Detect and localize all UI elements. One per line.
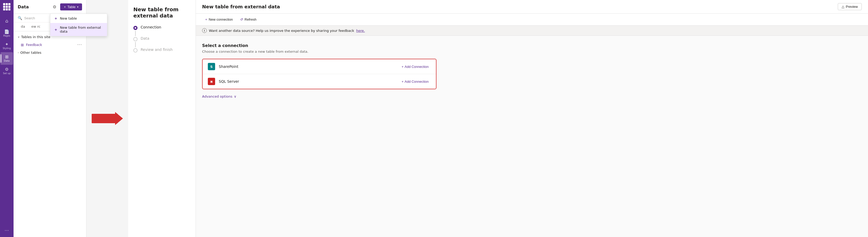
step-indicator-connection [133,26,137,30]
step-indicator-review [133,48,137,52]
plus-icon: + [402,80,404,83]
sidebar-item-data[interactable]: ⊞ Data [1,52,13,65]
right-panel-title: New table from external data [202,4,834,9]
right-panel-header: New table from external data △ Preview [196,0,868,14]
chevron-down-icon: ▾ [77,5,79,8]
new-table-label: New table [60,17,77,20]
preview-icon: △ [842,5,844,9]
new-table-external-item[interactable]: + New table from external data [50,23,107,36]
right-panel-body: Select a connection Choose a connection … [196,36,868,237]
step-label-connection: Connection [141,25,161,29]
plus-external-icon: + [55,28,57,32]
info-bar: i Want another data source? Help us impr… [196,26,868,36]
sharepoint-add-connection-button[interactable]: + Add Connection [400,64,431,70]
step-connector-1 [135,31,136,36]
tab-review[interactable]: ew rc [28,22,43,31]
step-connector-2 [135,42,136,47]
chevron-down-icon: ∨ [18,35,20,38]
sharepoint-row: S SharePoint + Add Connection [203,59,436,74]
right-panel: New table from external data △ Preview +… [196,0,868,237]
sql-server-row: ▣ SQL Server + Add Connection [203,74,436,89]
plus-icon: + [55,17,57,20]
new-connection-button[interactable]: + New connection [202,16,236,23]
styling-icon: ✦ [5,42,8,47]
feedback-label: Feedback [26,43,75,47]
waffle-icon [3,3,10,10]
table-button[interactable]: + Table ▾ [60,3,82,10]
feedback-link[interactable]: here. [356,29,365,33]
refresh-label: Refresh [245,18,256,21]
data-label: Data [4,59,10,62]
search-icon: 🔍 [18,16,22,20]
plus-icon: + [205,18,207,21]
sharepoint-icon: S [208,63,215,70]
sidebar-item-home[interactable]: ⌂ [1,15,13,27]
sql-server-icon: ▣ [208,78,215,85]
info-text: Want another data source? Help us improv… [209,29,354,33]
pages-icon: 📄 [4,30,9,34]
other-tables-header[interactable]: › Other tables [13,49,86,56]
red-arrow [92,112,123,125]
info-icon: i [202,28,207,33]
advanced-options-button[interactable]: Advanced options ∨ [202,95,862,98]
advanced-options-label: Advanced options [202,95,232,98]
preview-button[interactable]: △ Preview [838,3,862,10]
sharepoint-name: SharePoint [219,64,396,69]
setup-icon: ⚙ [5,67,9,72]
step-label-data: Data [141,36,149,41]
setup-label: Set up [3,72,10,75]
table-grid-icon: ⊞ [21,43,24,47]
gear-icon: ⚙ [53,4,56,9]
other-tables-label: Other tables [20,51,41,55]
wizard-step-connection: Connection [133,25,190,30]
chevron-down-icon: ∨ [234,95,237,98]
tables-in-site-label: Tables in this site [21,35,50,39]
sql-server-name: SQL Server [219,79,396,83]
home-icon: ⌂ [5,19,8,23]
pages-label: Pages [3,34,10,37]
tab-data[interactable]: da [18,22,28,31]
sql-add-label: Add Connection [404,80,429,83]
select-connection-desc: Choose a connection to create a new tabl… [202,50,862,53]
sidebar-item-styling[interactable]: ✦ Styling [1,40,13,52]
wizard-step-review: Review and finish [133,48,190,52]
feedback-table-item[interactable]: ⊞ Feedback ··· [13,41,86,49]
step-indicator-data [133,37,137,41]
app-logo[interactable] [2,2,11,11]
new-connection-label: New connection [209,18,233,21]
wizard-panel: New table from external data Connection … [128,0,196,237]
data-icon: ⊞ [5,55,8,59]
wizard-title: New table from external data [133,6,190,19]
refresh-button[interactable]: ↺ Refresh [237,16,260,23]
preview-label: Preview [846,5,858,9]
select-connection-title: Select a connection [202,43,862,48]
refresh-icon: ↺ [240,18,243,21]
left-rail: ⌂ 📄 Pages ✦ Styling ⊞ Data ⚙ Set up ··· [0,0,13,237]
dropdown-menu: + New table + New table from external da… [50,14,107,36]
content-area: Data ⚙ + Table ▾ + New table + New [13,0,868,237]
more-options-icon[interactable]: ··· [78,42,82,47]
arrow-body [92,114,118,123]
more-button[interactable]: ··· [1,226,13,235]
new-table-external-label: New table from external data [60,26,103,33]
settings-button[interactable]: ⚙ [51,3,58,10]
plus-icon: + [64,5,66,9]
more-icon: ··· [4,228,9,233]
chevron-right-icon: › [18,51,19,54]
connection-list: S SharePoint + Add Connection ▣ SQL Serv… [202,59,436,89]
new-table-item[interactable]: + New table [50,14,107,23]
step-label-review: Review and finish [141,48,173,52]
table-button-label: Table [67,5,75,9]
sidebar-header: Data ⚙ + Table ▾ [13,0,86,14]
sidebar-title: Data [18,4,49,9]
sql-add-connection-button[interactable]: + Add Connection [400,79,431,84]
wizard-step-data: Data [133,36,190,41]
styling-label: Styling [3,47,11,50]
plus-icon: + [402,65,404,69]
sidebar-item-setup[interactable]: ⚙ Set up [1,65,13,77]
sidebar: Data ⚙ + Table ▾ + New table + New [13,0,87,237]
sidebar-item-pages[interactable]: 📄 Pages [1,27,13,40]
sharepoint-add-label: Add Connection [404,65,429,69]
right-toolbar: + New connection ↺ Refresh [196,14,868,26]
arrow-head [115,112,123,125]
